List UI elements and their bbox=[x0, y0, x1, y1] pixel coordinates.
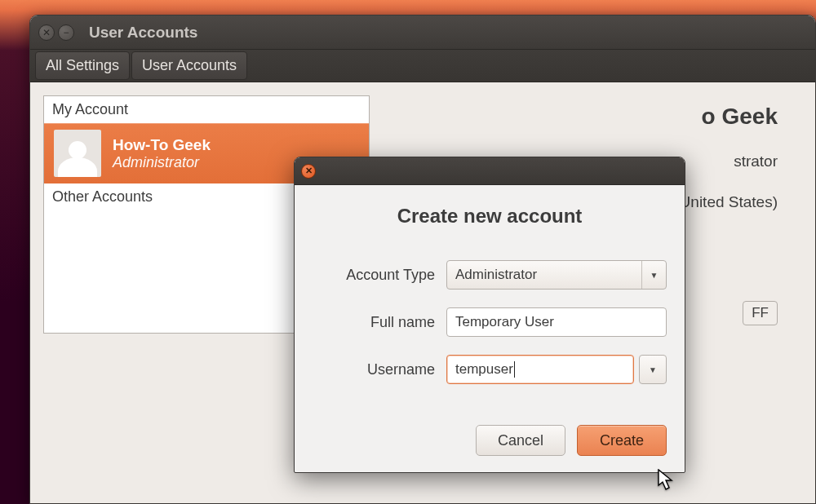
toolbar: All Settings User Accounts bbox=[30, 50, 815, 82]
create-account-dialog: ✕ Create new account Account Type Admini… bbox=[294, 157, 685, 473]
username-value: tempuser bbox=[455, 361, 513, 378]
autologin-toggle-fragment[interactable]: FF bbox=[743, 301, 778, 325]
account-type-value: Administrator bbox=[447, 267, 641, 283]
username-label: Username bbox=[313, 361, 435, 378]
close-icon[interactable]: ✕ bbox=[301, 164, 316, 179]
all-settings-button[interactable]: All Settings bbox=[35, 51, 130, 80]
create-button[interactable]: Create bbox=[577, 425, 667, 456]
cancel-button[interactable]: Cancel bbox=[476, 425, 565, 456]
breadcrumb-user-accounts[interactable]: User Accounts bbox=[131, 51, 247, 80]
detail-role-fragment: strator bbox=[734, 153, 778, 170]
full-name-value: Temporary User bbox=[455, 314, 554, 330]
chevron-down-icon[interactable]: ▼ bbox=[641, 261, 666, 289]
window-title: User Accounts bbox=[89, 24, 197, 42]
detail-locale-fragment: (United States) bbox=[674, 193, 778, 211]
sidebar-user-role: Administrator bbox=[113, 154, 211, 171]
avatar-icon bbox=[54, 130, 101, 177]
account-type-label: Account Type bbox=[313, 267, 435, 284]
sidebar-user-name: How-To Geek bbox=[113, 136, 211, 154]
window-titlebar[interactable]: ✕ − User Accounts bbox=[30, 15, 815, 50]
full-name-label: Full name bbox=[313, 314, 435, 331]
dialog-titlebar[interactable]: ✕ bbox=[295, 157, 685, 185]
account-type-select[interactable]: Administrator ▼ bbox=[446, 260, 667, 290]
text-caret bbox=[514, 361, 515, 378]
dialog-heading: Create new account bbox=[313, 205, 667, 228]
minimize-window-icon[interactable]: − bbox=[58, 24, 74, 41]
my-account-header: My Account bbox=[44, 96, 369, 123]
detail-user-name-fragment: o Geek bbox=[394, 104, 778, 130]
username-suggestions-dropdown[interactable]: ▼ bbox=[639, 355, 667, 384]
close-window-icon[interactable]: ✕ bbox=[38, 24, 55, 41]
username-input[interactable]: tempuser bbox=[446, 355, 634, 384]
full-name-input[interactable]: Temporary User bbox=[446, 307, 667, 337]
